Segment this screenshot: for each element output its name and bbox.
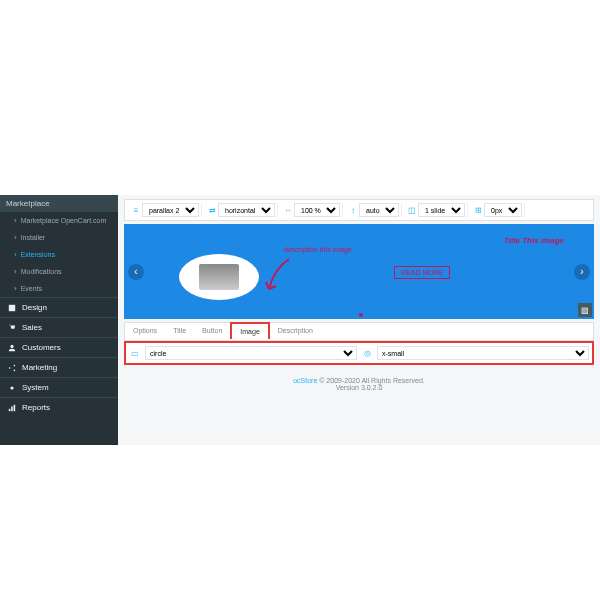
- gap-select[interactable]: 0px: [484, 203, 522, 217]
- height-icon: ↕: [347, 204, 359, 216]
- sidebar: Marketplace Marketplace OpenCart.com Ins…: [0, 195, 118, 445]
- sidebar-item-customers[interactable]: Customers: [0, 337, 118, 357]
- svg-point-2: [9, 367, 11, 369]
- tab-title[interactable]: Title: [165, 323, 194, 340]
- sidebar-item-marketing[interactable]: Marketing: [0, 357, 118, 377]
- chevron-icon: [14, 216, 17, 225]
- svg-point-1: [10, 344, 13, 347]
- gear-icon: [8, 384, 16, 392]
- tab-description[interactable]: Description: [270, 323, 321, 340]
- laptop-image: [199, 264, 239, 290]
- svg-rect-6: [9, 408, 11, 410]
- svg-point-4: [14, 369, 16, 371]
- sidebar-item-design[interactable]: Design: [0, 297, 118, 317]
- pagination-dot[interactable]: [359, 313, 363, 317]
- version-text: Version 3.0.2.0: [336, 384, 383, 391]
- slide-description: description this image: [284, 246, 352, 253]
- chart-icon: [8, 404, 16, 412]
- chevron-icon: [14, 250, 17, 259]
- slides-icon: ◫: [406, 204, 418, 216]
- cart-icon: [8, 324, 16, 332]
- chevron-icon: [14, 233, 17, 242]
- height-select[interactable]: auto: [359, 203, 399, 217]
- tabs: Options Title Button Image Description: [124, 322, 594, 341]
- content: ≡parallax 2 ⇄horizontal ↔100 % ↕auto ◫1 …: [118, 195, 600, 445]
- shape-icon: ▭: [129, 349, 141, 358]
- width-icon: ↔: [282, 204, 294, 216]
- user-icon: [8, 344, 16, 352]
- effect-select[interactable]: parallax 2: [142, 203, 199, 217]
- tab-options[interactable]: Options: [125, 323, 165, 340]
- share-icon: [8, 364, 16, 372]
- brand-link[interactable]: ocStore: [293, 377, 317, 384]
- slide-image-circle: [179, 254, 259, 300]
- shape-select[interactable]: circle: [145, 346, 357, 360]
- effect-icon: ≡: [130, 204, 142, 216]
- next-button[interactable]: ›: [574, 264, 590, 280]
- svg-rect-7: [11, 406, 13, 411]
- svg-point-3: [14, 364, 16, 366]
- size-select[interactable]: x-small: [377, 346, 589, 360]
- image-placeholder-icon[interactable]: ▨: [578, 303, 592, 317]
- slide-title: Title This image: [504, 236, 564, 245]
- sidebar-item-reports[interactable]: Reports: [0, 397, 118, 417]
- sidebar-item-marketplace-oc[interactable]: Marketplace OpenCart.com: [0, 212, 118, 229]
- width-select[interactable]: 100 %: [294, 203, 340, 217]
- tab-button[interactable]: Button: [194, 323, 230, 340]
- slide-preview: ‹ › description this image Title This im…: [124, 224, 594, 319]
- slides-select[interactable]: 1 slide: [418, 203, 465, 217]
- footer: ocStore © 2009-2020 All Rights Reserved.…: [124, 377, 594, 391]
- size-icon: ◎: [361, 349, 373, 358]
- read-more-button[interactable]: READ MORE: [394, 266, 450, 279]
- prev-button[interactable]: ‹: [128, 264, 144, 280]
- design-icon: [8, 304, 16, 312]
- tab-image[interactable]: Image: [230, 322, 269, 339]
- chevron-icon: [14, 284, 17, 293]
- sidebar-item-installer[interactable]: Installer: [0, 229, 118, 246]
- svg-point-5: [10, 386, 13, 389]
- sidebar-item-sales[interactable]: Sales: [0, 317, 118, 337]
- direction-select[interactable]: horizontal: [218, 203, 275, 217]
- chevron-icon: [14, 267, 17, 276]
- sidebar-item-events[interactable]: Events: [0, 280, 118, 297]
- annotation-arrow: [264, 254, 294, 294]
- gap-icon: ⊞: [472, 204, 484, 216]
- sidebar-item-system[interactable]: System: [0, 377, 118, 397]
- sidebar-item-modifications[interactable]: Modifications: [0, 263, 118, 280]
- direction-icon: ⇄: [206, 204, 218, 216]
- svg-rect-0: [9, 304, 15, 310]
- toolbar: ≡parallax 2 ⇄horizontal ↔100 % ↕auto ◫1 …: [124, 199, 594, 221]
- image-tab-panel: ▭ circle ◎ x-small: [124, 341, 594, 365]
- sidebar-section-marketplace: Marketplace: [0, 195, 118, 212]
- svg-rect-8: [14, 404, 16, 410]
- sidebar-item-extensions[interactable]: Extensions: [0, 246, 118, 263]
